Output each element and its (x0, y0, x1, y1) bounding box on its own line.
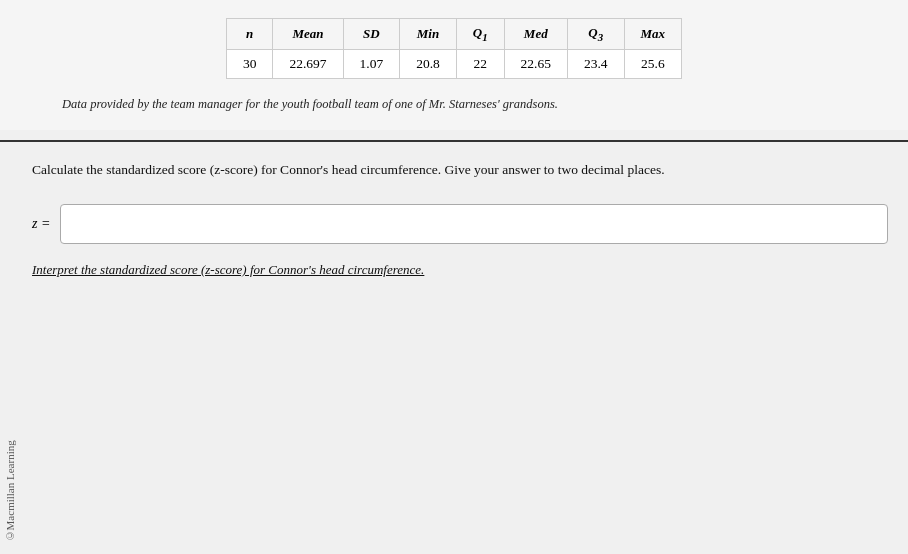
sidebar-label: © Macmillan Learning (0, 142, 22, 554)
col-max: Max (624, 19, 682, 50)
cell-min: 20.8 (400, 49, 457, 78)
cell-sd: 1.07 (343, 49, 400, 78)
z-score-input[interactable] (60, 204, 888, 244)
footer-text: Interpret the standardized score (z-scor… (32, 262, 888, 278)
stats-table: n Mean SD Min Q1 Med Q3 Max 30 22.697 1.… (226, 18, 682, 79)
bottom-section: © Macmillan Learning Calculate the stand… (0, 142, 908, 554)
bottom-content: Calculate the standardized score (z-scor… (22, 142, 908, 554)
col-sd: SD (343, 19, 400, 50)
question-text: Calculate the standardized score (z-scor… (32, 160, 888, 180)
cell-n: 30 (226, 49, 273, 78)
col-min: Min (400, 19, 457, 50)
cell-mean: 22.697 (273, 49, 343, 78)
col-n: n (226, 19, 273, 50)
z-label: z = (32, 216, 50, 232)
col-q3: Q3 (567, 19, 624, 50)
cell-q1: 22 (456, 49, 504, 78)
footnote: Data provided by the team manager for th… (60, 97, 848, 112)
table-row: 30 22.697 1.07 20.8 22 22.65 23.4 25.6 (226, 49, 681, 78)
macmillan-label: Macmillan Learning (4, 440, 16, 530)
cell-q3: 23.4 (567, 49, 624, 78)
col-mean: Mean (273, 19, 343, 50)
top-section: n Mean SD Min Q1 Med Q3 Max 30 22.697 1.… (0, 0, 908, 130)
cell-med: 22.65 (504, 49, 567, 78)
answer-row: z = (32, 204, 888, 244)
main-container: n Mean SD Min Q1 Med Q3 Max 30 22.697 1.… (0, 0, 908, 554)
copyright-symbol: © (4, 530, 16, 542)
col-q1: Q1 (456, 19, 504, 50)
cell-max: 25.6 (624, 49, 682, 78)
table-header-row: n Mean SD Min Q1 Med Q3 Max (226, 19, 681, 50)
col-med: Med (504, 19, 567, 50)
